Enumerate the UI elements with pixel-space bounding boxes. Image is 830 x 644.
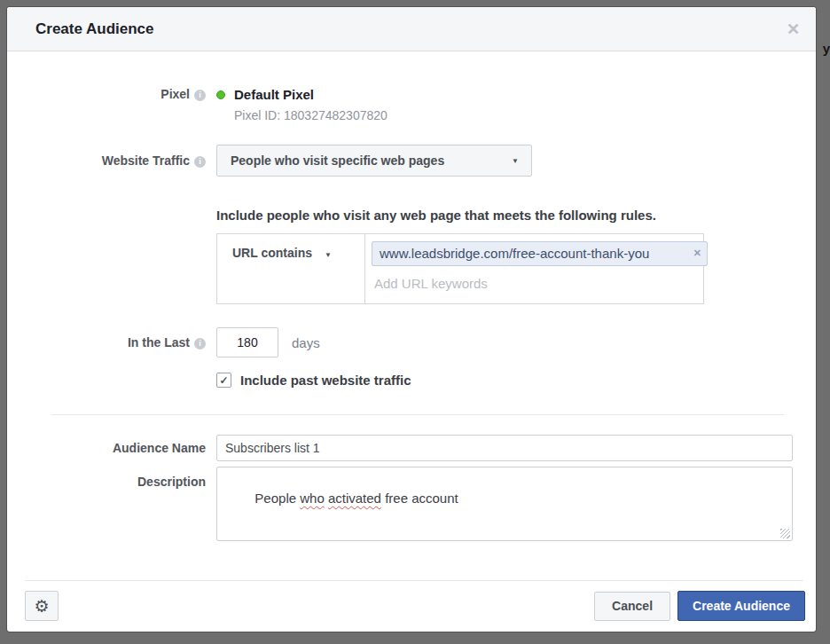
add-url-keywords-input[interactable] xyxy=(372,272,680,291)
close-icon[interactable]: ✕ xyxy=(787,21,800,37)
pixel-row: Pixeli Default Pixel Pixel ID: 180327482… xyxy=(35,87,793,122)
url-condition-dropdown[interactable]: URL contains ▼ xyxy=(217,234,364,303)
days-unit-label: days xyxy=(292,335,320,350)
past-traffic-row: ✓ Include past website traffic xyxy=(35,373,793,388)
include-past-traffic-option[interactable]: ✓ Include past website traffic xyxy=(216,373,793,388)
audience-name-row: Audience Name xyxy=(35,435,793,461)
traffic-type-dropdown[interactable]: People who visit specific web pages ▼ xyxy=(216,145,532,177)
description-misspelled-word: activated xyxy=(328,491,381,506)
description-text: free account xyxy=(381,491,458,506)
retention-row: In the Lasti days xyxy=(35,327,793,357)
traffic-type-selected-value: People who visit specific web pages xyxy=(231,153,444,168)
description-label: Description xyxy=(35,467,206,541)
pixel-info: Default Pixel Pixel ID: 180327482307820 xyxy=(216,87,793,122)
remove-token-icon[interactable]: ✕ xyxy=(693,247,701,259)
info-icon[interactable]: i xyxy=(194,156,206,168)
description-misspelled-word: who xyxy=(300,491,325,506)
info-icon[interactable]: i xyxy=(194,90,206,101)
pixel-label: Pixeli xyxy=(35,87,206,122)
url-keyword-token: www.leadsbridge.com/free-account-thank-y… xyxy=(372,241,708,266)
pixel-name: Default Pixel xyxy=(234,87,388,102)
create-audience-dialog: Create Audience ✕ Pixeli Default Pixel P… xyxy=(7,7,816,632)
website-traffic-label-text: Website Traffic xyxy=(102,153,190,168)
pixel-label-text: Pixel xyxy=(161,87,190,101)
chevron-down-icon: ▼ xyxy=(512,157,519,165)
chevron-down-icon: ▼ xyxy=(325,251,332,259)
description-text: People xyxy=(254,491,300,506)
include-past-traffic-label: Include past website traffic xyxy=(240,373,411,388)
url-keyword-text: www.leadsbridge.com/free-account-thank-y… xyxy=(380,246,649,261)
website-traffic-label: Website Traffici xyxy=(35,145,206,304)
info-icon[interactable]: i xyxy=(194,338,206,349)
checkbox-checked-icon[interactable]: ✓ xyxy=(216,373,231,388)
description-textarea[interactable]: People who activated free account xyxy=(216,467,793,541)
section-divider xyxy=(51,414,784,415)
dialog-footer: ⚙ Cancel Create Audience xyxy=(7,580,816,632)
gear-icon: ⚙ xyxy=(34,596,49,617)
pixel-id: Pixel ID: 180327482307820 xyxy=(234,108,388,122)
rules-intro-text: Include people who visit any web page th… xyxy=(216,208,793,223)
dialog-body: Pixeli Default Pixel Pixel ID: 180327482… xyxy=(7,51,816,580)
create-audience-button[interactable]: Create Audience xyxy=(677,591,805,621)
textarea-resize-handle[interactable] xyxy=(780,529,790,538)
background-page-text-fragment: y xyxy=(823,41,830,56)
dialog-title: Create Audience xyxy=(35,20,787,38)
description-row: Description People who activated free ac… xyxy=(35,467,793,541)
url-rule-box: URL contains ▼ www.leadsbridge.com/free-… xyxy=(216,233,704,304)
retention-days-input[interactable] xyxy=(216,327,278,357)
url-values-cell: www.leadsbridge.com/free-account-thank-y… xyxy=(364,234,703,303)
audience-name-input[interactable] xyxy=(216,435,793,461)
url-condition-value: URL contains xyxy=(232,246,312,260)
website-traffic-row: Website Traffici People who visit specif… xyxy=(35,145,793,304)
footer-divider xyxy=(25,580,803,581)
settings-button[interactable]: ⚙ xyxy=(25,591,59,621)
cancel-button[interactable]: Cancel xyxy=(594,592,670,621)
pixel-active-status-icon xyxy=(216,90,225,99)
in-the-last-label-text: In the Last xyxy=(128,335,190,349)
dialog-header: Create Audience ✕ xyxy=(7,7,816,51)
in-the-last-label: In the Lasti xyxy=(35,327,206,357)
audience-name-label: Audience Name xyxy=(35,435,206,461)
